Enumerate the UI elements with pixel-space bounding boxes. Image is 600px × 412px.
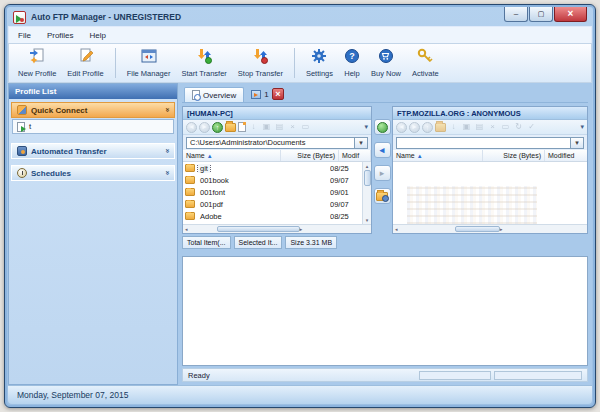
- file-row[interactable]: Adobe 08/25: [183, 210, 362, 222]
- delete-icon: [287, 122, 298, 133]
- toolbar-overflow-icon[interactable]: [364, 123, 368, 131]
- download-icon: [448, 122, 459, 133]
- file-manager-icon: [141, 48, 157, 68]
- transfer-to-local-button[interactable]: [374, 142, 391, 158]
- column-header-size[interactable]: Size (Bytes): [281, 150, 339, 161]
- folder-icon: [185, 200, 195, 208]
- menu-file[interactable]: File: [18, 31, 31, 40]
- minimize-button[interactable]: [504, 7, 528, 22]
- new-profile-button[interactable]: New Profile: [14, 47, 60, 79]
- refresh-connection-button[interactable]: [374, 119, 391, 135]
- column-header-size[interactable]: Size (Bytes): [483, 150, 545, 161]
- scroll-right-icon[interactable]: [300, 226, 303, 232]
- start-transfer-button[interactable]: Start Transfer: [177, 47, 230, 79]
- address-dropdown-icon[interactable]: [355, 137, 368, 149]
- quick-connect-item[interactable]: t: [13, 120, 173, 133]
- column-header-modified[interactable]: Modif: [339, 150, 371, 161]
- new-folder-icon[interactable]: [238, 122, 246, 132]
- close-tab-button[interactable]: [272, 88, 284, 100]
- file-row[interactable]: git 08/25: [183, 162, 362, 174]
- forward-icon: [199, 122, 210, 133]
- menubar: File Profiles Help: [8, 26, 592, 43]
- address-dropdown-icon[interactable]: [571, 137, 584, 149]
- local-address-row: C:\Users\Administrator\Documents: [183, 135, 371, 150]
- menu-profiles[interactable]: Profiles: [47, 31, 74, 40]
- menu-help[interactable]: Help: [90, 31, 106, 40]
- transfer-log[interactable]: [182, 256, 588, 366]
- download-icon: [248, 122, 259, 133]
- help-button[interactable]: ? Help: [340, 47, 364, 79]
- sidebar-section-automated-transfer[interactable]: Automated Transfer: [11, 143, 175, 159]
- file-manager-button[interactable]: File Manager: [123, 47, 175, 79]
- open-folder-icon[interactable]: [225, 123, 236, 132]
- scroll-up-icon[interactable]: [366, 163, 369, 169]
- sidebar-section-schedules[interactable]: Schedules: [11, 165, 175, 181]
- folder-icon: [185, 176, 195, 184]
- paste-icon: [474, 122, 485, 133]
- transfer-queue-icon: [251, 90, 261, 99]
- local-address-input[interactable]: C:\Users\Administrator\Documents: [186, 137, 355, 149]
- profile-icon: [17, 122, 25, 132]
- app-window: Auto FTP Manager - UNREGISTERED File Pro…: [4, 4, 596, 408]
- maximize-button[interactable]: [529, 7, 553, 22]
- toolbar-overflow-icon[interactable]: [580, 123, 584, 131]
- tab-bar: Overview 1: [182, 85, 588, 103]
- quick-connect-icon: [17, 105, 27, 115]
- start-transfer-icon: [196, 48, 212, 68]
- remote-panel-title: FTP.MOZILLA.ORG : ANONYMOUS: [393, 107, 587, 120]
- scrollbar-thumb[interactable]: [364, 170, 371, 186]
- remote-file-list: Name Size (Bytes) Modified: [393, 150, 587, 233]
- column-header-name[interactable]: Name: [183, 150, 281, 161]
- scroll-left-icon[interactable]: [395, 226, 398, 232]
- edit-profile-icon: [78, 48, 94, 68]
- scrollbar-thumb[interactable]: [455, 226, 501, 232]
- sidebar-section-quick-connect[interactable]: Quick Connect: [11, 102, 175, 118]
- stop-transfer-button[interactable]: Stop Transfer: [234, 47, 287, 79]
- file-row[interactable]: 001pdf 09/07: [183, 198, 362, 210]
- connect-orb-icon: [377, 122, 388, 133]
- remote-address-row: [393, 135, 587, 150]
- new-profile-icon: [29, 48, 45, 68]
- edit-profile-button[interactable]: Edit Profile: [63, 47, 107, 79]
- scroll-left-icon[interactable]: [185, 226, 188, 232]
- scroll-down-icon[interactable]: [366, 217, 369, 223]
- minimize-icon: [514, 10, 518, 18]
- toolbar-separator: [294, 48, 295, 78]
- scroll-right-icon[interactable]: [500, 226, 503, 232]
- folder-icon: [185, 188, 195, 196]
- local-status-row: Total Item(... Selected It... Size 3.31 …: [182, 234, 372, 250]
- remote-toolbar: [393, 120, 587, 135]
- vertical-scrollbar[interactable]: [362, 162, 371, 224]
- chevron-expand-icon[interactable]: [163, 149, 171, 153]
- transfer-queue-tab[interactable]: 1: [251, 88, 283, 102]
- column-header-modified[interactable]: Modified: [545, 150, 587, 161]
- settings-gear-icon: [311, 48, 327, 68]
- chevron-collapse-icon[interactable]: [163, 108, 171, 112]
- file-panels: [HUMAN-PC]: [182, 103, 588, 251]
- app-icon: [13, 11, 26, 24]
- tab-overview[interactable]: Overview: [184, 87, 244, 102]
- buy-now-button[interactable]: Buy Now: [367, 47, 405, 79]
- file-row[interactable]: 001book 09/07: [183, 174, 362, 186]
- remote-address-input[interactable]: [396, 137, 571, 149]
- copy-icon: [461, 122, 472, 133]
- synchronize-folders-button[interactable]: [374, 188, 391, 204]
- scrollbar-thumb[interactable]: [217, 226, 300, 232]
- rename-icon: [500, 122, 511, 133]
- chevron-expand-icon[interactable]: [163, 171, 171, 175]
- panel-statusbar: Ready: [182, 368, 588, 382]
- quick-connect-list: t: [12, 119, 174, 134]
- file-row[interactable]: 001font 09/01: [183, 186, 362, 198]
- transfer-buttons: [372, 106, 392, 251]
- horizontal-scrollbar[interactable]: [393, 224, 587, 233]
- folder-icon: [185, 212, 195, 220]
- sort-ascending-icon: [207, 153, 213, 159]
- activate-button[interactable]: Activate: [408, 47, 443, 79]
- close-button[interactable]: [554, 7, 587, 22]
- paste-icon: [274, 122, 285, 133]
- sidebar-title: Profile List: [9, 84, 177, 99]
- column-header-name[interactable]: Name: [393, 150, 483, 161]
- horizontal-scrollbar[interactable]: [183, 224, 371, 233]
- settings-button[interactable]: Settings: [302, 47, 337, 79]
- up-folder-icon[interactable]: [212, 122, 223, 133]
